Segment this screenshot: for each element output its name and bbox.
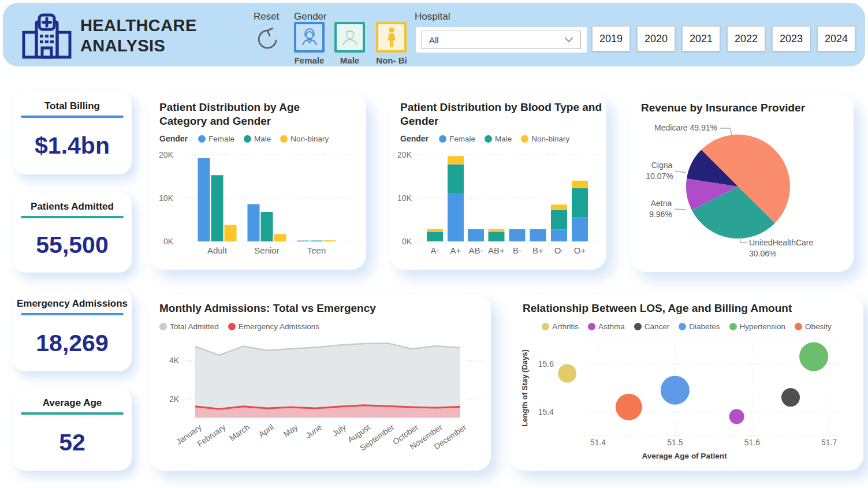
legend-label: Arthritis: [552, 322, 579, 331]
legend-item-male[interactable]: Male: [485, 135, 512, 143]
hospital-dropdown[interactable]: All: [416, 27, 587, 53]
year-button-2022[interactable]: 2022: [727, 26, 765, 51]
bar-senior-male[interactable]: [261, 212, 273, 241]
stack-o--female[interactable]: [551, 229, 567, 241]
stack-o--non-binary[interactable]: [551, 204, 567, 210]
bubble-hypertension[interactable]: [799, 342, 828, 371]
hospital-logo-icon: [20, 13, 73, 59]
legend-item-non-binary[interactable]: Non-binary: [280, 135, 329, 143]
dashboard: HEALTHCARE ANALYSIS Reset Gender: [0, 0, 868, 488]
pie-label-cigna: 10.07%: [646, 172, 673, 181]
legend-dot: [521, 135, 528, 143]
svg-text:B-: B-: [513, 245, 521, 255]
year-button-2023[interactable]: 2023: [772, 26, 810, 51]
bar-adult-non-binary[interactable]: [225, 225, 237, 242]
legend-item-asthma[interactable]: Asthma: [588, 322, 625, 331]
year-button-2019[interactable]: 2019: [592, 26, 630, 51]
reset-undo-icon[interactable]: [257, 26, 284, 55]
bar-senior-non-binary[interactable]: [274, 234, 286, 241]
svg-text:20K: 20K: [397, 150, 412, 159]
legend-dot: [795, 323, 802, 330]
kpi-title: Average Age: [43, 397, 102, 409]
stack-o--female[interactable]: [572, 218, 588, 241]
chart-title: Relationship Between LOS, Age and Billin…: [523, 301, 846, 315]
kpi-value: 18,269: [36, 315, 108, 372]
gender-filter-nonbinary-button[interactable]: [376, 22, 407, 53]
gender-filter-female-button[interactable]: [294, 22, 325, 53]
year-button-2020[interactable]: 2020: [637, 26, 675, 51]
year-button-2024[interactable]: 2024: [817, 26, 855, 51]
chart-card-monthly-admissions: Monthly Admissions: Total vs Emergency T…: [149, 295, 491, 471]
legend-item-diabetes[interactable]: Diabetes: [679, 322, 720, 331]
legend-item-male[interactable]: Male: [244, 135, 271, 143]
insurance-pie-chart: Medicare 49.91%UnitedHealthCare30.06%Aet…: [631, 94, 854, 272]
pie-label-medicare: Medicare 49.91%: [654, 123, 717, 132]
bar-teen-female[interactable]: [297, 241, 310, 242]
stack-ab--male[interactable]: [489, 232, 505, 241]
stack-a--female[interactable]: [448, 193, 464, 241]
legend-item-female[interactable]: Female: [439, 135, 475, 143]
bubble-obesity[interactable]: [616, 394, 642, 420]
stack-o--male[interactable]: [551, 210, 567, 229]
svg-text:AB-: AB-: [468, 245, 483, 255]
bar-teen-male[interactable]: [311, 241, 323, 242]
hospital-dropdown-value: All: [429, 35, 439, 45]
bar-adult-female[interactable]: [198, 158, 210, 241]
bar-senior-female[interactable]: [248, 204, 260, 242]
pie-label-aetna: 9.96%: [649, 210, 672, 219]
monthly-admissions-area-chart: 2K4KJanuaryFebruaryMarchAprilMayJuneJuly…: [149, 295, 491, 471]
svg-text:15.6: 15.6: [538, 359, 554, 368]
x-axis-title: Average Age of Patient: [642, 452, 727, 460]
legend-item-female[interactable]: Female: [198, 135, 234, 143]
bar-adult-male[interactable]: [211, 175, 223, 241]
bubble-arthritis[interactable]: [558, 364, 576, 383]
gender-male-caption: Male: [334, 55, 365, 65]
stack-a--non-binary[interactable]: [448, 156, 464, 164]
legend-label: Hypertension: [740, 322, 786, 331]
svg-text:June: June: [304, 422, 323, 440]
stack-b--female[interactable]: [530, 229, 546, 241]
svg-text:10K: 10K: [397, 193, 412, 203]
female-icon: [299, 27, 320, 48]
header-bar: HEALTHCARE ANALYSIS Reset Gender: [3, 3, 865, 66]
chart-legend: Gender FemaleMaleNon-binary: [400, 134, 569, 143]
kpi-card-average-age: Average Age 52: [13, 388, 132, 471]
legend-label: Male: [495, 135, 512, 143]
stack-ab--non-binary[interactable]: [489, 229, 505, 232]
stack-o--male[interactable]: [572, 188, 588, 218]
legend-label: Emergency Admissions: [239, 322, 319, 331]
hospital-filter-label: Hospital: [415, 11, 450, 23]
legend-item-emergency-admissions[interactable]: Emergency Admissions: [228, 322, 319, 331]
bubble-asthma[interactable]: [729, 409, 744, 424]
kpi-card-total-billing: Total Billing $1.4bn: [13, 91, 132, 174]
year-button-2021[interactable]: 2021: [682, 26, 720, 51]
svg-text:May: May: [282, 422, 300, 438]
stack-a--male[interactable]: [427, 232, 443, 241]
legend-item-hypertension[interactable]: Hypertension: [729, 322, 786, 331]
stack-a--male[interactable]: [448, 165, 464, 193]
svg-text:April: April: [257, 422, 275, 439]
legend-dot: [542, 323, 549, 330]
legend-dot: [679, 323, 686, 330]
stack-o--non-binary[interactable]: [572, 181, 588, 188]
legend-item-total-admitted[interactable]: Total Admitted: [159, 322, 219, 331]
legend-item-obesity[interactable]: Obesity: [795, 322, 832, 331]
stack-ab--female[interactable]: [468, 229, 484, 241]
gender-nonbinary-caption: Non- Bi: [372, 55, 411, 65]
stack-b--female[interactable]: [509, 229, 526, 241]
kpi-value: 52: [59, 415, 85, 471]
svg-text:March: March: [228, 422, 251, 442]
svg-text:O-: O-: [554, 245, 564, 255]
legend-item-arthritis[interactable]: Arthritis: [542, 322, 579, 331]
bubble-diabetes[interactable]: [661, 376, 690, 405]
kpi-value: $1.4bn: [35, 118, 110, 175]
gender-filter-male-button[interactable]: [334, 22, 365, 53]
legend-item-non-binary[interactable]: Non-binary: [521, 135, 569, 143]
legend-item-cancer[interactable]: Cancer: [634, 322, 670, 331]
svg-text:A-: A-: [431, 245, 439, 255]
bar-teen-non-binary[interactable]: [324, 240, 336, 241]
chart-card-age-gender: Patient Distribution by Age Category and…: [149, 94, 366, 270]
stack-a--non-binary[interactable]: [427, 229, 443, 232]
svg-text:20K: 20K: [159, 150, 174, 159]
bubble-cancer[interactable]: [781, 388, 800, 407]
